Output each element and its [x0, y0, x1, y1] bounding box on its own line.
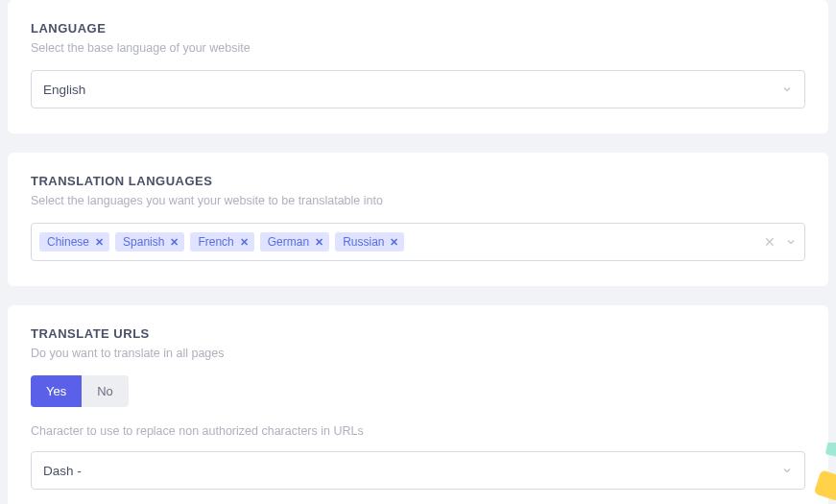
yes-button[interactable]: Yes: [31, 375, 82, 407]
translation-subtitle: Select the languages you want your websi…: [31, 194, 805, 207]
url-char-select[interactable]: Dash -: [31, 451, 805, 490]
language-select[interactable]: English: [31, 70, 805, 108]
translate-urls-card: TRANSLATE URLS Do you want to translate …: [8, 305, 828, 504]
chevron-down-icon: [781, 84, 793, 95]
urls-title: TRANSLATE URLS: [31, 326, 805, 341]
translate-all-toggle: Yes No: [31, 375, 129, 407]
translation-multiselect[interactable]: Chinese ✕ Spanish ✕ French ✕ German ✕ Ru…: [31, 223, 805, 261]
language-subtitle: Select the base language of your website: [31, 41, 805, 55]
tag-remove-icon[interactable]: ✕: [315, 236, 323, 249]
chevron-down-icon[interactable]: [785, 236, 797, 248]
tag-remove-icon[interactable]: ✕: [170, 236, 179, 249]
url-char-label: Character to use to replace non authoriz…: [31, 424, 805, 438]
tag-label: French: [198, 235, 233, 249]
no-button[interactable]: No: [82, 375, 129, 407]
tag-label: German: [268, 235, 309, 249]
tag-chinese: Chinese ✕: [39, 232, 109, 252]
language-card: LANGUAGE Select the base language of you…: [8, 0, 828, 133]
tag-remove-icon[interactable]: ✕: [390, 236, 398, 249]
url-char-value: Dash -: [43, 464, 781, 478]
multiselect-actions: ✕: [764, 234, 797, 250]
tag-label: Russian: [343, 235, 384, 249]
tag-label: Spanish: [123, 235, 164, 249]
tag-german: German ✕: [260, 232, 329, 252]
tag-french: French ✕: [190, 232, 253, 252]
language-title: LANGUAGE: [31, 21, 805, 36]
clear-all-icon[interactable]: ✕: [764, 234, 776, 250]
tag-remove-icon[interactable]: ✕: [240, 236, 249, 249]
urls-subtitle: Do you want to translate in all pages: [31, 347, 805, 360]
translation-card: TRANSLATION LANGUAGES Select the languag…: [8, 153, 828, 286]
tag-remove-icon[interactable]: ✕: [95, 236, 104, 249]
tag-spanish: Spanish ✕: [115, 232, 184, 252]
tag-russian: Russian ✕: [335, 232, 404, 252]
tag-label: Chinese: [47, 235, 89, 249]
translation-title: TRANSLATION LANGUAGES: [31, 174, 805, 188]
chevron-down-icon: [781, 465, 793, 476]
language-select-value: English: [43, 83, 781, 97]
